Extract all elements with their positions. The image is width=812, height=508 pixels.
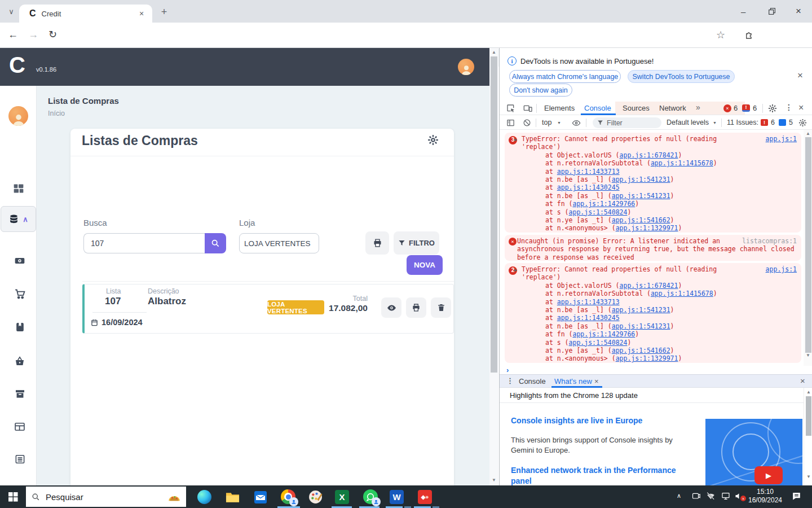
sidebar-item-basket[interactable] [14, 356, 25, 367]
bookmark-star-icon[interactable]: ☆ [716, 29, 725, 41]
console-settings-gear-icon[interactable] [798, 119, 807, 127]
console-prompt-chevron[interactable]: › [506, 366, 509, 374]
issues-counter-text[interactable]: 11 Issues: [727, 119, 758, 126]
print-list-button[interactable] [365, 231, 389, 255]
view-button[interactable] [381, 297, 401, 318]
source-link[interactable]: app.js:1:541231 [612, 322, 670, 330]
source-link[interactable]: app.js:1:541231 [612, 192, 670, 200]
issue-count[interactable]: 6 [753, 104, 757, 112]
tray-clock[interactable]: 15:10 16/09/2024 [748, 488, 783, 505]
tab-network[interactable]: Network [659, 104, 686, 112]
scroll-down-arrow[interactable]: ▼ [489, 478, 498, 483]
source-link[interactable]: app.js:1:1433713 [557, 298, 620, 306]
taskbar-edge-icon[interactable] [197, 489, 211, 504]
source-link[interactable]: app.js:1:1329971 [616, 354, 678, 362]
devtools-settings-gear-icon[interactable] [768, 104, 777, 113]
console-error-3[interactable]: 2 ▶ app.js:1 TypeError: Cannot read prop… [505, 263, 801, 363]
tray-expand-chevron-icon[interactable]: ∧ [677, 492, 681, 500]
log-levels-selector[interactable]: Default levels [667, 119, 709, 126]
reload-icon[interactable]: ↻ [48, 28, 57, 41]
scroll-up-arrow[interactable]: ▲ [489, 50, 498, 55]
source-link[interactable]: app.js:1:1429766 [572, 330, 635, 338]
dont-show-again-button[interactable]: Don't show again [509, 84, 572, 97]
sidebar-item-movimentacoes[interactable]: ∧ [1, 206, 36, 232]
tab-search-icon[interactable]: ∨ [5, 5, 18, 18]
source-link[interactable]: app.js:1:678421 [620, 151, 678, 159]
tab-elements[interactable]: Elements [544, 104, 575, 112]
source-link[interactable]: app.js:1:541662 [612, 216, 670, 224]
search-button[interactable] [205, 233, 226, 253]
drawer-tab-console[interactable]: Console [519, 377, 546, 386]
source-link-grey[interactable]: listacompras:1 [742, 237, 797, 245]
taskbar-search[interactable]: Pesquisar [26, 487, 186, 507]
issues-count-icon[interactable]: ! [742, 104, 750, 112]
whatsnew-close-icon[interactable]: × [594, 377, 599, 386]
context-dropdown-icon[interactable]: ▼ [557, 121, 561, 125]
action-center-icon[interactable] [792, 492, 801, 501]
devtools-kebab-icon[interactable]: ⋮ [785, 103, 793, 112]
nova-button[interactable]: NOVA [407, 255, 443, 275]
taskbar-word-icon[interactable]: W [390, 490, 404, 504]
sidebar-item-cash[interactable] [14, 255, 25, 266]
busca-input[interactable]: 107 [83, 233, 205, 253]
whatsnew-link-console-insights[interactable]: Console insights are live in Europe [511, 416, 642, 425]
source-link[interactable]: app.js:1:540824 [569, 339, 628, 347]
device-toolbar-icon[interactable] [523, 104, 532, 113]
page-scrollbar-thumb[interactable] [491, 56, 497, 373]
whatsnew-link-network-track-line1[interactable]: Enhanced network track in the Performanc… [511, 466, 676, 475]
tab-close-icon[interactable]: × [136, 8, 147, 19]
devtools-close-icon[interactable]: × [798, 103, 804, 113]
whatsnew-scroll-down[interactable]: ▼ [804, 474, 812, 479]
console-sidebar-icon[interactable] [506, 119, 515, 127]
levels-dropdown-icon[interactable]: ▼ [713, 121, 717, 125]
sidebar-item-book[interactable] [15, 322, 25, 332]
tab-sources[interactable]: Sources [623, 104, 650, 112]
source-link[interactable]: app.js:1 [766, 265, 797, 273]
expand-triangle-icon[interactable]: ▶ [514, 136, 517, 144]
window-close-button[interactable]: × [796, 6, 801, 17]
console-scrollbar-thumb[interactable] [805, 137, 811, 353]
filtro-button[interactable]: FILTRO [394, 231, 439, 255]
error-count-icon[interactable]: × [723, 104, 731, 112]
sidebar-item-table[interactable] [14, 421, 25, 432]
delete-button[interactable] [431, 297, 451, 318]
source-link[interactable]: app.js:1:1430245 [557, 314, 620, 322]
print-row-button[interactable] [406, 297, 426, 318]
whatsnew-link-network-track-line2[interactable]: panel [511, 476, 532, 485]
whatsnew-scroll-up[interactable]: ▲ [804, 389, 812, 395]
settings-gear-icon[interactable] [427, 134, 439, 146]
source-link[interactable]: app.js:1:1415678 [651, 159, 713, 167]
extensions-icon[interactable] [744, 30, 754, 40]
window-restore-button[interactable] [769, 8, 775, 15]
clear-console-icon[interactable] [523, 119, 531, 127]
source-link[interactable]: app.js:1:540824 [569, 208, 628, 216]
whatsnew-scrollbar-thumb[interactable] [806, 396, 811, 436]
taskbar-red-app-icon[interactable]: ◆» [418, 490, 432, 504]
source-link[interactable]: app.js:1:541662 [612, 347, 670, 354]
tray-wifi-off-icon[interactable] [706, 492, 716, 501]
taskbar-explorer-icon[interactable] [225, 490, 240, 505]
drawer-kebab-icon[interactable]: ⋮ [506, 376, 514, 385]
live-expression-eye-icon[interactable] [572, 119, 581, 128]
sidebar-item-archive[interactable] [15, 388, 25, 399]
source-link[interactable]: app.js:1:1430245 [557, 183, 620, 191]
sidebar-item-dashboard[interactable] [13, 183, 24, 194]
tab-console[interactable]: Console [584, 104, 611, 112]
console-scroll-up[interactable]: ▲ [804, 131, 812, 136]
breadcrumb[interactable]: Início [48, 110, 65, 117]
new-tab-button[interactable]: + [158, 6, 170, 18]
inspect-element-icon[interactable] [506, 104, 515, 113]
browser-tab[interactable]: C Credit × [19, 5, 152, 23]
context-selector[interactable]: top [542, 119, 551, 126]
source-link[interactable]: app.js:1:1329971 [616, 224, 678, 232]
source-link[interactable]: app.js:1:1429766 [572, 200, 635, 208]
user-avatar[interactable] [458, 59, 474, 75]
page-scrollbar[interactable]: ▲ ▼ [489, 48, 498, 485]
source-link[interactable]: app.js:1:678421 [620, 282, 678, 290]
source-link[interactable]: app.js:1:541231 [612, 176, 670, 183]
sidebar-avatar[interactable] [8, 106, 28, 126]
sidebar-item-list[interactable] [15, 454, 25, 465]
taskbar-excel-icon[interactable]: X [335, 490, 349, 504]
source-link[interactable]: app.js:1:1415678 [651, 290, 713, 297]
drawer-tab-whatsnew[interactable]: What's new [554, 377, 592, 386]
